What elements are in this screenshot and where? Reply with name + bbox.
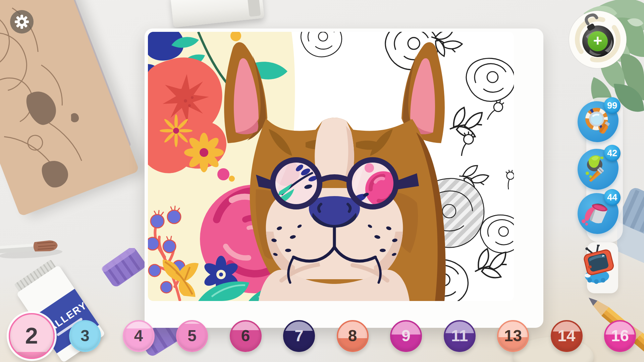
booster-count-badge: 44 — [604, 189, 621, 206]
palette-color-number: 4 — [134, 328, 143, 344]
palette-color-swatch[interactable]: 7 — [283, 320, 315, 352]
palette-color-number: 5 — [187, 328, 196, 344]
palette-color-swatch[interactable]: 5 — [176, 320, 208, 352]
palette-color-swatch[interactable]: 11 — [444, 320, 476, 352]
palette-color-swatch[interactable]: 14 — [551, 320, 583, 352]
palette-color-swatch[interactable]: 2 — [9, 313, 55, 359]
bomb-boost-button[interactable]: + — [569, 10, 627, 69]
booster-count-badge: 99 — [604, 97, 621, 114]
settings-button[interactable] — [10, 10, 34, 34]
palette-color-number: 8 — [348, 328, 357, 344]
palette-color-number: 7 — [294, 328, 303, 344]
palette-color-number: 14 — [558, 328, 576, 344]
palette-color-number: 3 — [80, 328, 89, 344]
bulldog-artwork[interactable] — [148, 32, 514, 301]
booster-bucket-button[interactable]: 44 — [578, 193, 619, 234]
bomb-plus-icon: + — [569, 10, 627, 69]
palette-color-swatch[interactable]: 9 — [390, 320, 422, 352]
palette-color-swatch[interactable]: 13 — [497, 320, 529, 352]
palette-color-swatch[interactable]: 4 — [123, 320, 155, 352]
plus-label: + — [593, 32, 602, 49]
booster-magnifier-button[interactable]: 99 — [578, 101, 619, 142]
watch-ad-tv-button[interactable] — [578, 245, 621, 288]
eraser — [170, 0, 265, 27]
tv-icon — [578, 245, 621, 288]
gear-icon — [14, 14, 29, 29]
game-screen: GALLERY — [0, 0, 644, 362]
palette-color-number: 6 — [241, 328, 250, 344]
palette-color-swatch[interactable]: 6 — [230, 320, 262, 352]
palette-color-number: 2 — [25, 324, 38, 348]
canvas-card — [145, 28, 543, 328]
palette-color-swatch[interactable]: 16 — [604, 320, 636, 352]
palette-color-swatch[interactable]: 3 — [69, 320, 101, 352]
palette-color-number: 9 — [401, 328, 410, 344]
booster-brush-button[interactable]: 42 — [578, 149, 619, 190]
palette-color-number: 11 — [451, 328, 468, 344]
coloring-picture[interactable] — [148, 32, 514, 301]
palette-color-number: 16 — [611, 328, 629, 344]
palette-color-number: 13 — [504, 328, 522, 344]
palette-color-swatch[interactable]: 8 — [337, 320, 369, 352]
booster-count-badge: 42 — [604, 145, 621, 162]
